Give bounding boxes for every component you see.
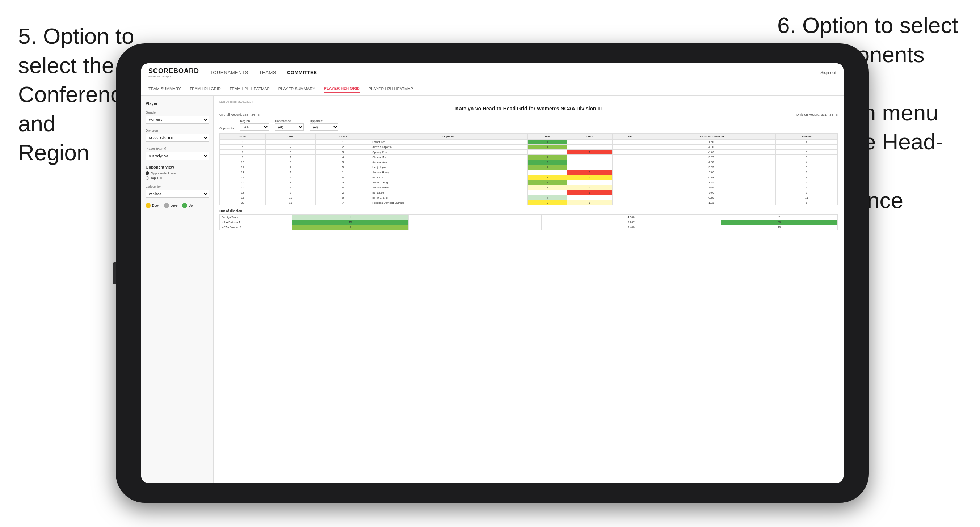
filter-conference-group: Conference (All) [275, 119, 304, 130]
out-division-title: Out of division [220, 209, 838, 213]
nav-teams[interactable]: TEAMS [259, 68, 276, 77]
radio-top100[interactable]: Top 100 [146, 176, 209, 180]
sidebar-opponent-view-section: Opponent view Opponents Played Top 100 [146, 165, 209, 180]
th-tie: Tie [612, 134, 647, 140]
subnav-team-h2h-heatmap[interactable]: TEAM H2H HEATMAP [229, 85, 270, 92]
subnav-team-summary[interactable]: TEAM SUMMARY [148, 85, 181, 92]
table-row: 1311 Jessica Huang 2 -3.002 [220, 170, 838, 175]
legend-up: Up [182, 203, 193, 208]
legend-level-icon [164, 203, 169, 208]
last-updated: Last Updated: 27/03/2024 [220, 100, 838, 103]
table-row: 19106 Emily Chang 4 0.3011 [220, 195, 838, 200]
table-row: 331 Esther Lee 1 1.504 [220, 140, 838, 145]
table-row: 20117 Federica Domecq Lacroze 2 1 1.336 [220, 200, 838, 205]
table-header-row: # Div # Reg # Conf Opponent Win Loss Tie… [220, 134, 838, 140]
table-row: Foreign Team 1 4.500 2 [220, 215, 838, 220]
filter-conference-select[interactable]: (All) [275, 123, 304, 130]
table-row: 1125 Heejo Hyun 1 3.333 [220, 165, 838, 170]
table-row: 1474 Eunice Yi 2 2 0.389 [220, 175, 838, 180]
nav-items: TOURNAMENTS TEAMS COMMITTEE [210, 68, 820, 77]
sign-out[interactable]: Sign out [820, 70, 836, 75]
th-loss: Loss [567, 134, 612, 140]
overall-record: Overall Record: 353 - 34 - 6 [220, 113, 259, 116]
table-row: 1822 Euna Lee 3 -5.002 [220, 190, 838, 195]
filter-opponent-group: Opponent (All) [310, 119, 339, 130]
sidebar-player-rank-select[interactable]: 8. Katelyn Vo [146, 152, 209, 160]
legend-level: Level [164, 203, 178, 208]
legend: Down Level Up [146, 203, 209, 208]
table-row: 1585 Stella Cheng 1 1.254 [220, 180, 838, 185]
nav-committee[interactable]: COMMITTEE [287, 68, 317, 77]
table-row: 522 Alexis Sudjianto 1 4.003 [220, 145, 838, 150]
legend-down: Down [146, 203, 161, 208]
tablet-frame: SCOREBOARD Powered by clippd TOURNAMENTS… [116, 43, 869, 503]
sidebar: Player Gender Women's Men's Division NCA… [141, 96, 213, 483]
grid-title: Katelyn Vo Head-to-Head Grid for Women's… [220, 106, 838, 111]
sidebar-player-section: Player [146, 101, 209, 106]
division-record: Division Record: 331 - 34 - 6 [797, 113, 838, 116]
legend-up-icon [182, 203, 187, 208]
th-conf: # Conf [316, 134, 370, 140]
table-row: 633 Sydney Kuo 1 -1.003 [220, 150, 838, 155]
radio-opponents-played[interactable]: Opponents Played [146, 171, 209, 175]
subnav-team-h2h-grid[interactable]: TEAM H2H GRID [190, 85, 221, 92]
filter-opponent-select[interactable]: (All) [310, 123, 339, 130]
sidebar-colour-section: Colour by Win/loss [146, 185, 209, 198]
grid-area: Last Updated: 27/03/2024 Katelyn Vo Head… [213, 96, 843, 483]
subnav-player-summary[interactable]: PLAYER SUMMARY [278, 85, 315, 92]
table-row: NAIA Division 1 15 9.267 30 [220, 220, 838, 225]
sidebar-division-select[interactable]: NCAA Division III [146, 134, 209, 142]
th-reg: # Reg [266, 134, 316, 140]
table-row: 1634 Jessica Mason 1 2 -0.947 [220, 185, 838, 190]
main-content: Player Gender Women's Men's Division NCA… [141, 96, 843, 483]
sidebar-division-section: Division NCAA Division III [146, 129, 209, 142]
opponents-prefix-label: Opponents: [220, 127, 234, 130]
legend-down-icon [146, 203, 151, 208]
filter-region-label: Region [240, 119, 269, 122]
filter-region-group: Region (All) [240, 119, 269, 130]
table-row: 1063 Andrea York 2 4.004 [220, 160, 838, 165]
sidebar-player-rank-label: Player (Rank) [146, 147, 209, 151]
out-division-table: Foreign Team 1 4.500 2 NAIA Division 1 1… [220, 214, 838, 230]
logo-main: SCOREBOARD [148, 67, 199, 75]
app-logo: SCOREBOARD Powered by clippd [148, 67, 199, 78]
filters-row: Opponents: Region (All) Conference (All) [220, 119, 838, 130]
radio-dot-top100 [146, 176, 149, 180]
table-row: 914 Sharon Mun 1 3.673 [220, 155, 838, 160]
th-win: Win [528, 134, 567, 140]
th-diff: Diff Av Strokes/Rnd [647, 134, 775, 140]
tablet-side-button [113, 262, 116, 284]
sidebar-opponent-view-label: Opponent view [146, 165, 209, 169]
th-opponent: Opponent [370, 134, 528, 140]
th-rounds: Rounds [775, 134, 837, 140]
logo-sub: Powered by clippd [148, 75, 199, 78]
filter-conference-label: Conference [275, 119, 304, 122]
nav-tournaments[interactable]: TOURNAMENTS [210, 68, 248, 77]
sidebar-player-label: Player [146, 101, 209, 106]
main-data-table: # Div # Reg # Conf Opponent Win Loss Tie… [220, 133, 838, 205]
th-div: # Div [220, 134, 266, 140]
subnav-player-h2h-grid[interactable]: PLAYER H2H GRID [324, 85, 360, 93]
sidebar-gender-section: Gender Women's Men's [146, 111, 209, 124]
sidebar-gender-label: Gender [146, 111, 209, 114]
filter-region-select[interactable]: (All) [240, 123, 269, 130]
subnav-player-h2h-heatmap[interactable]: PLAYER H2H HEATMAP [369, 85, 413, 92]
records-row: Overall Record: 353 - 34 - 6 Division Re… [220, 113, 838, 116]
opponent-view-options: Opponents Played Top 100 [146, 171, 209, 180]
app-navbar: SCOREBOARD Powered by clippd TOURNAMENTS… [141, 63, 843, 82]
filter-opponent-label: Opponent [310, 119, 339, 122]
sidebar-colour-select[interactable]: Win/loss [146, 190, 209, 198]
sub-navbar: TEAM SUMMARY TEAM H2H GRID TEAM H2H HEAT… [141, 82, 843, 96]
sidebar-colour-label: Colour by [146, 185, 209, 189]
tablet-screen: SCOREBOARD Powered by clippd TOURNAMENTS… [141, 63, 843, 483]
sidebar-player-rank-section: Player (Rank) 8. Katelyn Vo [146, 147, 209, 160]
sidebar-gender-select[interactable]: Women's Men's [146, 116, 209, 124]
sidebar-division-label: Division [146, 129, 209, 132]
radio-dot-opponents-played [146, 171, 149, 175]
table-row: NCAA Division 2 5 7.400 10 [220, 225, 838, 230]
